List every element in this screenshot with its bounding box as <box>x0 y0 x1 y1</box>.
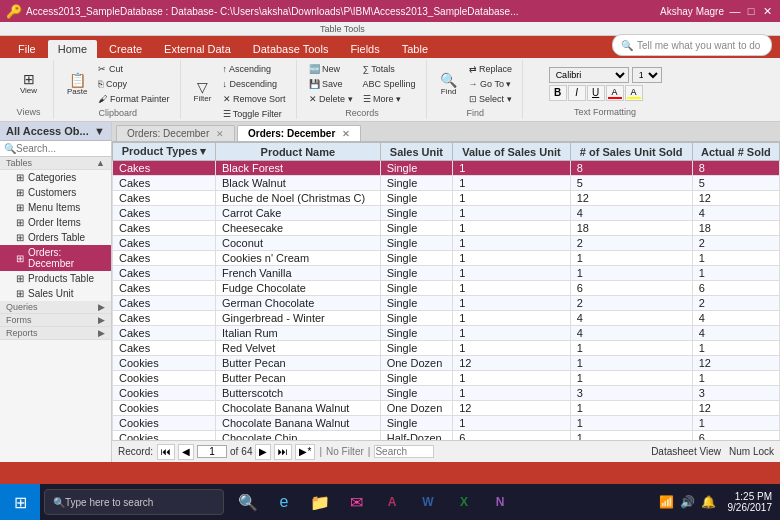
descending-button[interactable]: ↓ Descending <box>219 77 290 91</box>
minimize-button[interactable]: — <box>728 4 742 18</box>
doc-tab-orders-2[interactable]: Orders: December ✕ <box>237 125 361 141</box>
table-row[interactable]: Cakes Cookies n' Cream Single 1 1 1 <box>113 251 780 266</box>
goto-button[interactable]: → Go To ▾ <box>465 77 517 91</box>
nav-search-input[interactable] <box>16 143 107 154</box>
nav-item-products-table[interactable]: ⊞ Products Table <box>0 271 111 286</box>
table-row[interactable]: Cakes Gingerbread - Winter Single 1 4 4 <box>113 311 780 326</box>
table-row[interactable]: Cookies Chocolate Banana Walnut One Doze… <box>113 401 780 416</box>
tell-me-box[interactable]: 🔍 Tell me what you want to do <box>612 34 772 56</box>
taskbar-access-icon[interactable]: A <box>376 486 408 518</box>
table-row[interactable]: Cakes Carrot Cake Single 1 4 4 <box>113 206 780 221</box>
table-row[interactable]: Cookies Butterscotch Single 1 3 3 <box>113 386 780 401</box>
nav-section-reports[interactable]: Reports ▶ <box>0 327 111 340</box>
tab-database-tools[interactable]: Database Tools <box>243 40 339 58</box>
highlight-color-button[interactable]: A <box>625 85 643 101</box>
nav-prev-button[interactable]: ◀ <box>178 444 194 460</box>
table-row[interactable]: Cakes Italian Rum Single 1 4 4 <box>113 326 780 341</box>
tab-table[interactable]: Table <box>392 40 438 58</box>
datasheet-wrapper[interactable]: Product Types ▾ Product Name Sales Unit … <box>112 142 780 440</box>
tab-external-data[interactable]: External Data <box>154 40 241 58</box>
select-button[interactable]: ⊡ Select ▾ <box>465 92 517 106</box>
close-button[interactable]: ✕ <box>760 4 774 18</box>
col-header-actual-sold[interactable]: Actual # Sold <box>692 143 779 161</box>
table-row[interactable]: Cookies Butter Pecan Single 1 1 1 <box>113 371 780 386</box>
totals-button[interactable]: ∑ Totals <box>359 62 420 76</box>
toggle-filter-button[interactable]: ☰ Toggle Filter <box>219 107 290 121</box>
table-row[interactable]: Cakes French Vanilla Single 1 1 1 <box>113 266 780 281</box>
underline-button[interactable]: U <box>587 85 605 101</box>
table-row[interactable]: Cakes German Chocolate Single 1 2 2 <box>113 296 780 311</box>
table-row[interactable]: Cakes Fudge Chocolate Single 1 6 6 <box>113 281 780 296</box>
taskbar-mail-icon[interactable]: ✉ <box>340 486 372 518</box>
nav-section-forms[interactable]: Forms ▶ <box>0 314 111 327</box>
table-row[interactable]: Cookies Chocolate Banana Walnut Single 1… <box>113 416 780 431</box>
taskbar-file-icon[interactable]: 📁 <box>304 486 336 518</box>
copy-button[interactable]: ⎘ Copy <box>94 77 173 91</box>
nav-section-queries[interactable]: Queries ▶ <box>0 301 111 314</box>
table-row[interactable]: Cookies Chocolate Chip Half-Dozen 6 1 6 <box>113 431 780 441</box>
taskbar-edge-icon[interactable]: e <box>268 486 300 518</box>
remove-sort-button[interactable]: ✕ Remove Sort <box>219 92 290 106</box>
table-row[interactable]: Cakes Red Velvet Single 1 1 1 <box>113 341 780 356</box>
nav-item-orders-december[interactable]: ⊞ Orders: December <box>0 245 111 271</box>
paste-button[interactable]: 📋 Paste <box>62 70 92 99</box>
bold-button[interactable]: B <box>549 85 567 101</box>
taskbar-word-icon[interactable]: W <box>412 486 444 518</box>
start-button[interactable]: ⊞ <box>0 484 40 520</box>
col-header-sales-unit[interactable]: Sales Unit <box>380 143 452 161</box>
record-number-input[interactable] <box>197 445 227 458</box>
notification-icon[interactable]: 🔔 <box>701 495 716 509</box>
nav-item-order-items[interactable]: ⊞ Order Items <box>0 215 111 230</box>
tab-fields[interactable]: Fields <box>340 40 389 58</box>
nav-item-orders-table[interactable]: ⊞ Orders Table <box>0 230 111 245</box>
col-header-value-sales[interactable]: Value of Sales Unit <box>453 143 571 161</box>
format-painter-button[interactable]: 🖌 Format Painter <box>94 92 173 106</box>
nav-next-button[interactable]: ▶ <box>255 444 271 460</box>
tab-close-active-icon[interactable]: ✕ <box>342 129 350 139</box>
nav-last-button[interactable]: ⏭ <box>274 444 292 460</box>
table-row[interactable]: Cakes Cheesecake Single 1 18 18 <box>113 221 780 236</box>
table-row[interactable]: Cakes Black Walnut Single 1 5 5 <box>113 176 780 191</box>
maximize-button[interactable]: □ <box>744 4 758 18</box>
views-button[interactable]: ⊞ View <box>15 69 43 98</box>
more-button[interactable]: ☰ More ▾ <box>359 92 420 106</box>
table-row[interactable]: Cakes Coconut Single 1 2 2 <box>113 236 780 251</box>
taskbar-excel-icon[interactable]: X <box>448 486 480 518</box>
nav-item-menu-items[interactable]: ⊞ Menu Items <box>0 200 111 215</box>
nav-item-customers[interactable]: ⊞ Customers <box>0 185 111 200</box>
nav-header[interactable]: All Access Ob... ▼ <box>0 122 111 141</box>
table-row[interactable]: Cakes Buche de Noel (Christmas C) Single… <box>113 191 780 206</box>
font-size-select[interactable]: 11 <box>632 67 662 83</box>
nav-section-tables[interactable]: Tables ▲ <box>0 157 111 170</box>
find-button[interactable]: 🔍 Find <box>435 70 463 99</box>
tab-home[interactable]: Home <box>48 40 97 58</box>
taskbar-onenote-icon[interactable]: N <box>484 486 516 518</box>
filter-button[interactable]: ▽ Filter <box>189 77 217 106</box>
nav-new-button[interactable]: ▶* <box>295 444 315 460</box>
delete-button[interactable]: ✕ Delete ▾ <box>305 92 357 106</box>
nav-item-categories[interactable]: ⊞ Categories <box>0 170 111 185</box>
search-input[interactable] <box>374 445 434 458</box>
tab-create[interactable]: Create <box>99 40 152 58</box>
volume-icon[interactable]: 🔊 <box>680 495 695 509</box>
network-icon[interactable]: 📶 <box>659 495 674 509</box>
table-row[interactable]: Cakes Black Forest Single 1 8 8 <box>113 161 780 176</box>
font-name-select[interactable]: Calibri <box>549 67 629 83</box>
nav-item-sales-unit[interactable]: ⊞ Sales Unit <box>0 286 111 301</box>
save-button[interactable]: 💾 Save <box>305 77 357 91</box>
italic-button[interactable]: I <box>568 85 586 101</box>
replace-button[interactable]: ⇄ Replace <box>465 62 517 76</box>
doc-tab-orders-1[interactable]: Orders: December ✕ <box>116 125 235 141</box>
col-header-product-types[interactable]: Product Types ▾ <box>113 143 216 161</box>
ascending-button[interactable]: ↑ Ascending <box>219 62 290 76</box>
new-record-button[interactable]: 🆕 New <box>305 62 357 76</box>
tab-close-icon[interactable]: ✕ <box>216 129 224 139</box>
taskbar-search[interactable]: 🔍 Type here to search <box>44 489 224 515</box>
spelling-button[interactable]: ABC Spelling <box>359 77 420 91</box>
table-row[interactable]: Cookies Butter Pecan One Dozen 12 1 12 <box>113 356 780 371</box>
col-header-num-sold[interactable]: # of Sales Unit Sold <box>570 143 692 161</box>
col-header-product-name[interactable]: Product Name <box>216 143 381 161</box>
taskbar-cortana-icon[interactable]: 🔍 <box>232 486 264 518</box>
font-color-button[interactable]: A <box>606 85 624 101</box>
cut-button[interactable]: ✂ Cut <box>94 62 173 76</box>
